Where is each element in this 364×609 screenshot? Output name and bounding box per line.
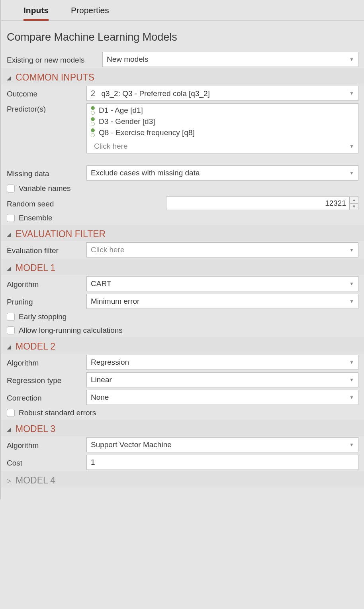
tab-properties[interactable]: Properties (71, 3, 109, 20)
predictor-item[interactable]: D1 - Age [d1] (89, 106, 354, 115)
variable-icon (89, 106, 95, 115)
section-common-inputs[interactable]: ◢ COMMON INPUTS (1, 68, 364, 84)
section-common-inputs-label: COMMON INPUTS (16, 72, 94, 83)
m1-pruning-select[interactable]: Minimum error ▼ (86, 294, 358, 309)
m2-algorithm-select[interactable]: Regression ▼ (86, 355, 358, 370)
outcome-select[interactable]: 2 q3_2: Q3 - Preferred cola [q3_2] ▼ (86, 86, 358, 101)
predictors-add[interactable]: Click here ▼ (89, 139, 354, 151)
outcome-value-wrap: 2 q3_2: Q3 - Preferred cola [q3_2] (91, 89, 346, 98)
m3-algorithm-label: Algorithm (7, 440, 83, 450)
outcome-value: q3_2: Q3 - Preferred cola [q3_2] (101, 89, 210, 98)
m1-allow-long-label: Allow long-running calculations (19, 326, 123, 335)
seed-increase-button[interactable]: ▲ (350, 196, 358, 203)
caret-down-icon: ◢ (7, 344, 13, 350)
m1-allow-long-checkbox[interactable] (7, 326, 15, 334)
section-model-2[interactable]: ◢ MODEL 2 (1, 337, 364, 354)
random-seed-label: Random seed (7, 198, 163, 208)
m1-early-stopping-checkbox[interactable] (7, 313, 15, 321)
variable-names-label: Variable names (19, 184, 71, 193)
ensemble-checkbox[interactable] (7, 214, 15, 222)
section-model-4-label: MODEL 4 (16, 475, 55, 486)
m2-robust-label: Robust standard errors (19, 409, 96, 417)
evaluation-filter-label: Evaluation filter (7, 245, 83, 255)
random-seed-stepper: ▲ ▼ (166, 196, 358, 210)
caret-down-icon: ◢ (7, 426, 13, 432)
caret-down-icon: ◢ (7, 231, 13, 238)
caret-down-icon: ◢ (7, 265, 13, 271)
m2-regression-type-value: Linear (91, 375, 346, 384)
predictor-item-label: D1 - Age [d1] (99, 106, 143, 115)
chevron-down-icon: ▼ (349, 170, 354, 176)
variable-icon (89, 117, 95, 126)
chevron-down-icon: ▼ (349, 360, 354, 365)
m1-algorithm-select[interactable]: CART ▼ (86, 276, 358, 291)
missing-data-select[interactable]: Exclude cases with missing data ▼ (86, 165, 358, 181)
chevron-down-icon: ▼ (349, 299, 354, 304)
m3-algorithm-value: Support Vector Machine (91, 440, 346, 449)
predictor-item[interactable]: D3 - Gender [d3] (89, 117, 354, 126)
seed-decrease-button[interactable]: ▼ (350, 203, 358, 210)
models-mode-value: New models (107, 55, 346, 64)
predictor-item[interactable]: Q8 - Exercise frequency [q8] (89, 128, 354, 137)
chevron-down-icon: ▼ (349, 57, 354, 62)
outcome-label: Outcome (7, 88, 83, 98)
models-mode-select[interactable]: New models ▼ (102, 52, 358, 67)
m2-correction-select[interactable]: None ▼ (86, 390, 358, 405)
m3-cost-input[interactable] (86, 455, 358, 470)
section-evaluation-filter-label: EVALUATION FILTER (16, 229, 106, 240)
predictors-label: Predictor(s) (7, 103, 83, 114)
chevron-down-icon: ▼ (349, 247, 354, 253)
tab-inputs[interactable]: Inputs (23, 3, 49, 21)
chevron-down-icon: ▼ (349, 90, 354, 96)
caret-down-icon: ◢ (7, 75, 13, 81)
caret-right-icon: ▷ (7, 477, 13, 484)
m1-algorithm-label: Algorithm (7, 279, 83, 289)
section-model-2-label: MODEL 2 (16, 341, 55, 352)
m2-regression-type-select[interactable]: Linear ▼ (86, 372, 358, 387)
m1-early-stopping-label: Early stopping (19, 312, 67, 321)
outcome-prefix-icon: 2 (91, 89, 95, 98)
m2-algorithm-label: Algorithm (7, 357, 83, 367)
m1-pruning-label: Pruning (7, 296, 83, 306)
m2-robust-checkbox[interactable] (7, 409, 15, 417)
chevron-down-icon: ▼ (349, 395, 354, 400)
inputs-panel: Inputs Properties Compare Machine Learni… (0, 0, 364, 499)
page-title: Compare Machine Learning Models (1, 21, 364, 51)
section-model-4[interactable]: ▷ MODEL 4 (1, 471, 364, 487)
m2-correction-value: None (91, 393, 346, 402)
predictor-item-label: Q8 - Exercise frequency [q8] (99, 128, 195, 137)
m2-algorithm-value: Regression (91, 358, 346, 367)
chevron-down-icon: ▼ (349, 442, 354, 448)
models-mode-label: Existing or new models (7, 54, 99, 65)
variable-icon (89, 128, 95, 137)
predictor-item-label: D3 - Gender [d3] (99, 117, 155, 126)
section-model-1-label: MODEL 1 (16, 263, 55, 273)
missing-data-value: Exclude cases with missing data (91, 169, 346, 177)
chevron-down-icon: ▼ (349, 281, 354, 287)
ensemble-label: Ensemble (19, 214, 53, 222)
chevron-down-icon: ▼ (349, 143, 354, 149)
section-model-1[interactable]: ◢ MODEL 1 (1, 259, 364, 275)
m3-cost-label: Cost (7, 457, 83, 468)
tab-bar: Inputs Properties (1, 0, 364, 21)
section-model-3-label: MODEL 3 (16, 424, 55, 434)
missing-data-label: Missing data (7, 168, 83, 178)
chevron-down-icon: ▼ (349, 377, 354, 383)
evaluation-filter-select[interactable]: Click here ▼ (86, 242, 358, 257)
random-seed-input[interactable] (166, 196, 350, 210)
evaluation-filter-placeholder: Click here (91, 246, 346, 254)
m1-pruning-value: Minimum error (91, 297, 346, 306)
m1-algorithm-value: CART (91, 279, 346, 288)
section-evaluation-filter[interactable]: ◢ EVALUATION FILTER (1, 225, 364, 241)
m3-algorithm-select[interactable]: Support Vector Machine ▼ (86, 437, 358, 452)
section-model-3[interactable]: ◢ MODEL 3 (1, 420, 364, 436)
m2-regression-type-label: Regression type (7, 375, 83, 385)
predictors-box[interactable]: D1 - Age [d1] D3 - Gender [d3] Q8 - Exer… (86, 103, 358, 153)
variable-names-checkbox[interactable] (7, 185, 15, 193)
m2-correction-label: Correction (7, 392, 83, 403)
predictors-placeholder: Click here (94, 142, 127, 151)
